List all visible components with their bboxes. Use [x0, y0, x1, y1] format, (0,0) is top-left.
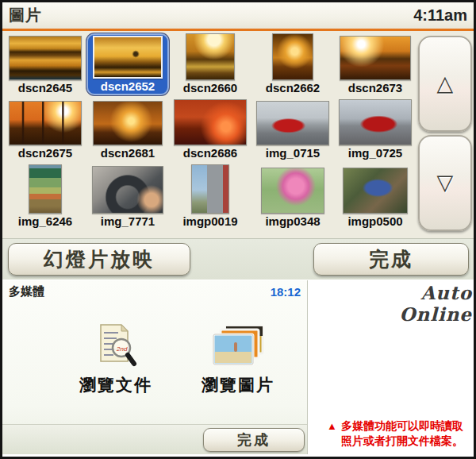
photo-thumbnail[interactable] — [261, 168, 324, 214]
photo-thumbnail[interactable] — [93, 36, 163, 79]
photo-item-dscn2662[interactable]: dscn2662 — [251, 33, 334, 95]
photo-stack-icon — [210, 318, 266, 371]
photo-thumbnail[interactable] — [272, 33, 313, 80]
photo-label: dscn2662 — [266, 81, 320, 94]
photo-item-dscn2645[interactable]: dscn2645 — [4, 33, 86, 95]
photo-row: img_6246 img_7771 imgp0019 imgp0348 imgp… — [4, 160, 418, 229]
photo-item-imgp0500[interactable]: imgp0500 — [334, 160, 416, 229]
gallery-header: 圖片 4:11am — [2, 2, 474, 31]
photo-thumbnail[interactable] — [29, 164, 62, 214]
photo-label: imgp0019 — [182, 214, 237, 228]
red-triangle-icon: ▲ — [327, 418, 337, 449]
page-title: 圖片 — [9, 5, 42, 26]
photo-label: imgp0500 — [347, 214, 402, 228]
photo-row: dscn2675 dscn2681 dscn2686 img_0715 img_… — [4, 95, 418, 160]
clock-time: 4:11am — [413, 6, 467, 25]
slideshow-button[interactable]: 幻燈片放映 — [8, 243, 190, 276]
photo-item-imgp0019[interactable]: imgp0019 — [169, 160, 251, 229]
scroll-down-button[interactable]: ▽ — [418, 135, 472, 231]
photo-grid: dscn2645 dscn2652 dscn2660 dscn2662 dscn… — [4, 33, 418, 229]
photo-label: img_0725 — [348, 146, 402, 160]
media-done-button[interactable]: 完成 — [203, 428, 305, 452]
photo-label: dscn2660 — [183, 81, 237, 94]
photo-item-imgp0348[interactable]: imgp0348 — [251, 160, 334, 229]
browse-pictures-button[interactable]: 瀏覽圖片 — [178, 318, 298, 396]
photo-thumbnail[interactable] — [93, 101, 163, 145]
watermark-text: Auto Online — [351, 282, 472, 325]
photo-item-dscn2673[interactable]: dscn2673 — [334, 33, 416, 95]
photo-item-dscn2686[interactable]: dscn2686 — [169, 95, 251, 160]
photo-label: img_6246 — [18, 214, 72, 228]
photo-item-img6246[interactable]: img_6246 — [4, 160, 86, 229]
photo-item-img0715[interactable]: img_0715 — [251, 95, 334, 160]
document-search-icon: 2nd — [93, 318, 139, 371]
browse-documents-label: 瀏覽文件 — [79, 374, 152, 396]
media-header: 多媒體 18:12 — [2, 280, 307, 303]
photo-item-img7771[interactable]: img_7771 — [86, 160, 169, 229]
gallery-toolbar: 幻燈片放映 完成 — [2, 238, 474, 280]
scroll-up-icon: △ — [437, 73, 454, 94]
photo-label: dscn2645 — [18, 81, 72, 94]
browse-documents-button[interactable]: 2nd 瀏覽文件 — [56, 318, 175, 396]
browse-pictures-label: 瀏覽圖片 — [202, 374, 274, 396]
media-bottom-bar: 完成 — [2, 424, 307, 454]
photo-thumbnail[interactable] — [339, 99, 412, 145]
photo-thumbnail[interactable] — [9, 101, 82, 145]
photo-label: dscn2675 — [18, 146, 72, 160]
photo-thumbnail[interactable] — [343, 168, 408, 214]
photo-label: dscn2652 — [101, 79, 155, 93]
caption-text: 多媒體功能可以即時讀取 照片或者打開文件檔案。 — [341, 418, 463, 449]
screenshot-frame: 圖片 4:11am dscn2645 dscn2652 dscn2660 — [0, 0, 476, 459]
caption-note: ▲ 多媒體功能可以即時讀取 照片或者打開文件檔案。 — [327, 418, 463, 449]
photo-row: dscn2645 dscn2652 dscn2660 dscn2662 dscn… — [4, 33, 418, 95]
media-title: 多媒體 — [9, 284, 44, 299]
doc-icon-scribble: 2nd — [116, 345, 128, 353]
photo-item-dscn2681[interactable]: dscn2681 — [86, 95, 169, 160]
photo-item-dscn2660[interactable]: dscn2660 — [169, 33, 251, 95]
photo-label: img_0715 — [266, 146, 320, 160]
photo-thumbnail[interactable] — [9, 36, 82, 80]
photo-thumbnail[interactable] — [256, 101, 329, 145]
photo-label: img_7771 — [101, 214, 155, 228]
photo-thumbnail[interactable] — [186, 33, 235, 80]
scroll-up-button[interactable]: △ — [418, 36, 472, 132]
photo-label: dscn2673 — [348, 81, 402, 94]
photo-thumbnail[interactable] — [174, 99, 247, 145]
media-panel: 多媒體 18:12 2nd 瀏覽文件 — [2, 280, 308, 454]
photo-item-img0725[interactable]: img_0725 — [334, 95, 416, 160]
photo-label: dscn2681 — [101, 146, 155, 160]
caption-line1: 多媒體功能可以即時讀取 — [341, 419, 463, 432]
photo-item-dscn2675[interactable]: dscn2675 — [4, 95, 86, 160]
media-clock-time: 18:12 — [271, 285, 301, 299]
done-button[interactable]: 完成 — [313, 243, 469, 276]
photo-item-dscn2652-selected[interactable]: dscn2652 — [86, 33, 169, 95]
photo-label: imgp0348 — [265, 214, 320, 228]
caption-line2: 照片或者打開文件檔案。 — [341, 434, 463, 447]
photo-label: dscn2686 — [183, 146, 237, 160]
scroll-down-icon: ▽ — [437, 172, 454, 194]
photo-thumbnail[interactable] — [92, 166, 163, 214]
gallery-panel: 圖片 4:11am dscn2645 dscn2652 dscn2660 — [2, 2, 474, 280]
photo-thumbnail[interactable] — [340, 36, 411, 80]
photo-thumbnail[interactable] — [191, 164, 229, 214]
